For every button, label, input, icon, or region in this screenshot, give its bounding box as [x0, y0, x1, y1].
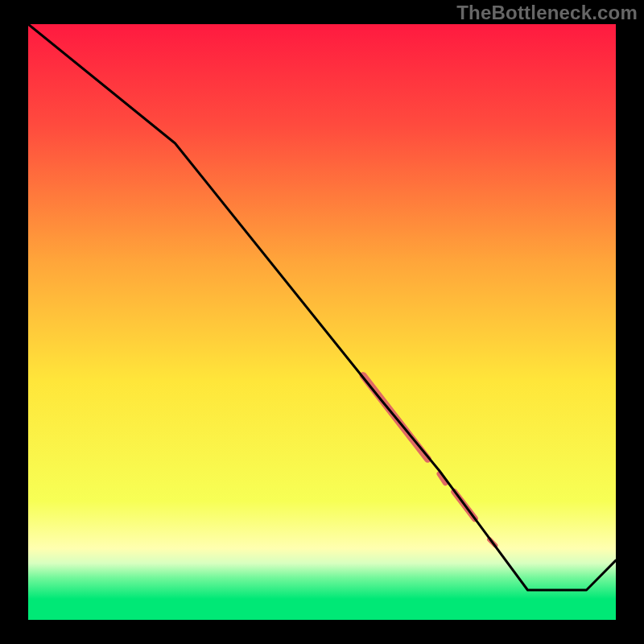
watermark-text: TheBottleneck.com: [456, 2, 638, 24]
plot-area: [28, 24, 616, 620]
chart-svg: [28, 24, 616, 620]
chart-frame: TheBottleneck.com: [0, 0, 644, 644]
gradient-background: [28, 24, 616, 620]
